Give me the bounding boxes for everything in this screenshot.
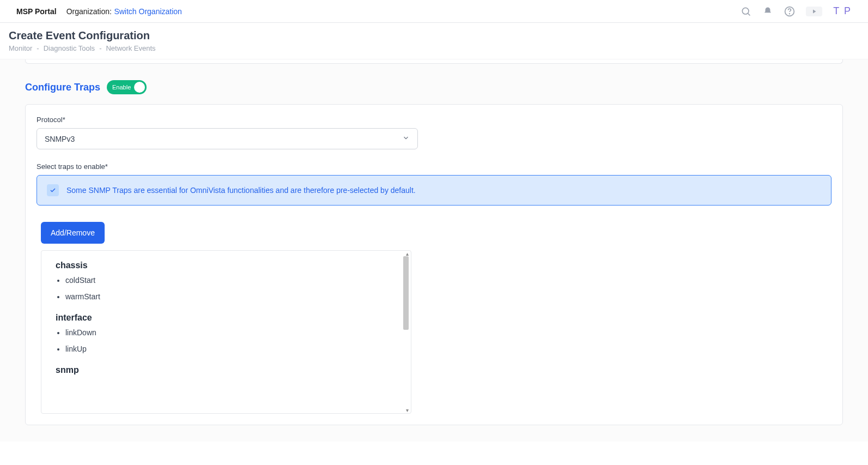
video-icon[interactable] <box>806 7 822 16</box>
protocol-select[interactable]: SNMPv3 <box>37 128 418 149</box>
info-banner: Some SNMP Traps are essential for OmniVi… <box>37 175 831 206</box>
select-traps-label: Select traps to enable* <box>37 162 831 171</box>
bell-icon[interactable] <box>762 6 773 17</box>
previous-section-card <box>25 59 843 64</box>
breadcrumb-separator: - <box>37 44 39 52</box>
breadcrumb: Monitor - Diagnostic Tools - Network Eve… <box>9 44 859 52</box>
trap-item: warmStart <box>65 292 397 301</box>
user-avatar[interactable]: T P <box>833 5 852 17</box>
configure-traps-header: Configure Traps Enable <box>25 80 843 94</box>
svg-line-1 <box>748 13 750 15</box>
organization-label: Organization: <box>66 7 112 16</box>
trap-item: linkUp <box>65 345 397 353</box>
title-bar: Create Event Configuration Monitor - Dia… <box>0 23 868 59</box>
breadcrumb-item[interactable]: Diagnostic Tools <box>44 44 95 52</box>
enable-toggle[interactable]: Enable <box>107 80 147 94</box>
scroll-down-icon[interactable]: ▾ <box>406 407 409 413</box>
add-remove-button[interactable]: Add/Remove <box>41 222 105 244</box>
chevron-down-icon <box>402 134 410 143</box>
scrollbar-thumb[interactable] <box>403 256 409 330</box>
protocol-label: Protocol* <box>37 116 831 124</box>
section-title: Configure Traps <box>25 82 100 93</box>
search-icon[interactable] <box>740 6 751 17</box>
switch-organization-link[interactable]: Switch Organization <box>114 7 182 16</box>
trap-group-title: chassis <box>56 261 397 270</box>
portal-name: MSP Portal <box>16 7 57 16</box>
breadcrumb-item[interactable]: Network Events <box>106 44 155 52</box>
protocol-value: SNMPv3 <box>45 135 75 143</box>
org-block: Organization: Switch Organization <box>66 7 182 16</box>
info-text: Some SNMP Traps are essential for OmniVi… <box>66 186 416 195</box>
check-shield-icon <box>47 184 59 196</box>
trap-item: linkDown <box>65 328 397 337</box>
main-content: Configure Traps Enable Protocol* SNMPv3 … <box>0 59 868 442</box>
trap-list[interactable]: ▴ ▾ chassis coldStart warmStart interfac… <box>41 250 411 414</box>
breadcrumb-item[interactable]: Monitor <box>9 44 32 52</box>
trap-group-interface: interface linkDown linkUp <box>56 313 397 353</box>
trap-item: coldStart <box>65 276 397 285</box>
svg-point-3 <box>790 13 790 14</box>
toggle-label: Enable <box>112 84 131 90</box>
traps-card: Protocol* SNMPv3 Select traps to enable*… <box>25 104 843 425</box>
toggle-knob <box>134 82 145 93</box>
help-icon[interactable] <box>784 6 795 17</box>
svg-point-0 <box>743 8 749 14</box>
breadcrumb-separator: - <box>99 44 101 52</box>
trap-group-chassis: chassis coldStart warmStart <box>56 261 397 301</box>
protocol-select-wrap: SNMPv3 <box>37 128 418 149</box>
header-left: MSP Portal Organization: Switch Organiza… <box>16 7 182 16</box>
trap-group-title: interface <box>56 313 397 323</box>
header-right: T P <box>740 5 852 17</box>
page-title: Create Event Configuration <box>9 29 859 42</box>
trap-group-title: snmp <box>56 365 397 375</box>
trap-group-snmp: snmp <box>56 365 397 375</box>
top-header: MSP Portal Organization: Switch Organiza… <box>0 0 868 23</box>
